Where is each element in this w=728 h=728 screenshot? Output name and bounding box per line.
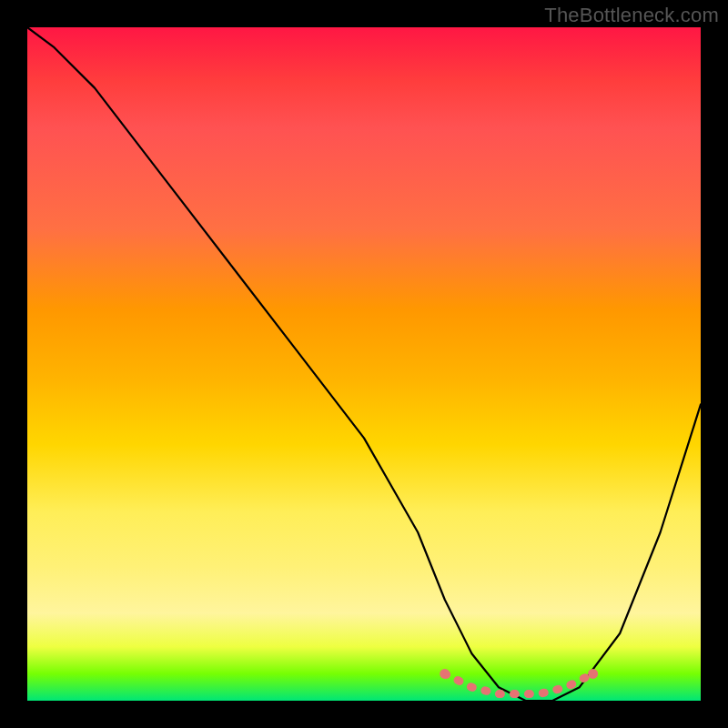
bottleneck-curve-path — [27, 27, 701, 701]
watermark-text: TheBottleneck.com — [544, 4, 719, 27]
chart-overlay — [27, 27, 701, 701]
optimal-range-marker-endcap — [588, 669, 598, 679]
optimal-range-marker-endcap — [440, 669, 450, 679]
chart-frame: TheBottleneck.com — [0, 0, 728, 728]
